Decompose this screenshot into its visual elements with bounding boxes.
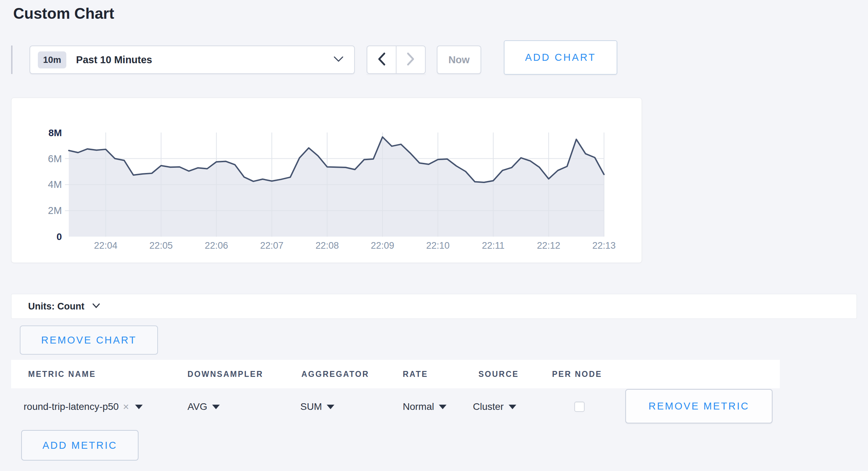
svg-text:22:06: 22:06 (205, 240, 228, 251)
page-title: Custom Chart (13, 5, 114, 22)
svg-text:0: 0 (57, 231, 62, 242)
caret-down-icon (212, 405, 220, 409)
rate-dropdown[interactable]: Normal (403, 398, 446, 415)
svg-text:4M: 4M (48, 179, 62, 190)
chevron-right-icon (406, 52, 415, 67)
svg-text:8M: 8M (48, 127, 62, 138)
metric-name-value: round-trip-latency-p50 (24, 401, 119, 412)
downsampler-dropdown[interactable]: AVG (187, 398, 220, 415)
col-header-rate: RATE (403, 360, 428, 388)
svg-text:22:11: 22:11 (482, 240, 504, 251)
custom-chart-card: 22:0422:0522:0622:0722:0822:0922:1022:11… (11, 98, 642, 263)
col-header-source: SOURCE (478, 360, 519, 388)
aggregator-value: SUM (300, 401, 322, 412)
svg-text:22:10: 22:10 (426, 240, 450, 251)
svg-text:22:08: 22:08 (316, 240, 339, 251)
metrics-table-header: METRIC NAME DOWNSAMPLER AGGREGATOR RATE … (11, 360, 780, 388)
per-node-checkbox[interactable] (574, 402, 585, 412)
svg-text:22:07: 22:07 (260, 240, 283, 251)
caret-down-icon (135, 405, 143, 409)
toolbar-accent-line (11, 46, 12, 74)
metric-name-dropdown[interactable]: round-trip-latency-p50 × (24, 398, 143, 415)
caret-down-icon (509, 405, 516, 409)
svg-text:6M: 6M (48, 153, 62, 164)
remove-metric-button[interactable]: REMOVE METRIC (625, 389, 773, 423)
rate-value: Normal (403, 401, 434, 412)
svg-text:22:05: 22:05 (149, 240, 173, 251)
add-metric-button[interactable]: ADD METRIC (21, 430, 139, 461)
time-range-label: Past 10 Minutes (76, 54, 152, 66)
chevron-left-icon (377, 52, 386, 67)
remove-chart-button[interactable]: REMOVE CHART (20, 325, 158, 355)
next-time-button[interactable] (396, 46, 426, 74)
time-nav-group (367, 46, 426, 74)
col-header-aggregator: AGGREGATOR (301, 360, 369, 388)
svg-text:22:04: 22:04 (94, 240, 117, 251)
col-header-downsampler: DOWNSAMPLER (187, 360, 263, 388)
add-chart-button[interactable]: ADD CHART (504, 40, 617, 75)
svg-text:22:12: 22:12 (537, 240, 560, 251)
time-range-badge: 10m (38, 51, 66, 68)
col-header-metric-name: METRIC NAME (28, 360, 96, 388)
units-label: Units: Count (28, 301, 84, 312)
now-button[interactable]: Now (437, 46, 481, 74)
caret-down-icon (327, 405, 334, 409)
svg-text:22:09: 22:09 (371, 240, 394, 251)
col-header-per-node: PER NODE (552, 360, 602, 388)
source-dropdown[interactable]: Cluster (473, 398, 516, 415)
source-value: Cluster (473, 401, 504, 412)
aggregator-dropdown[interactable]: SUM (300, 398, 334, 415)
downsampler-value: AVG (187, 401, 207, 412)
caret-down-icon (439, 405, 446, 409)
remove-tag-icon[interactable]: × (123, 401, 129, 413)
timeseries-area-chart: 22:0422:0522:0622:0722:0822:0922:1022:11… (11, 98, 642, 263)
svg-text:22:13: 22:13 (592, 240, 616, 251)
prev-time-button[interactable] (367, 46, 396, 74)
chevron-down-icon (92, 303, 100, 310)
units-dropdown[interactable]: Units: Count (11, 294, 857, 319)
svg-text:2M: 2M (48, 205, 62, 216)
time-range-dropdown[interactable]: 10m Past 10 Minutes (30, 46, 355, 74)
chevron-down-icon (333, 56, 344, 64)
